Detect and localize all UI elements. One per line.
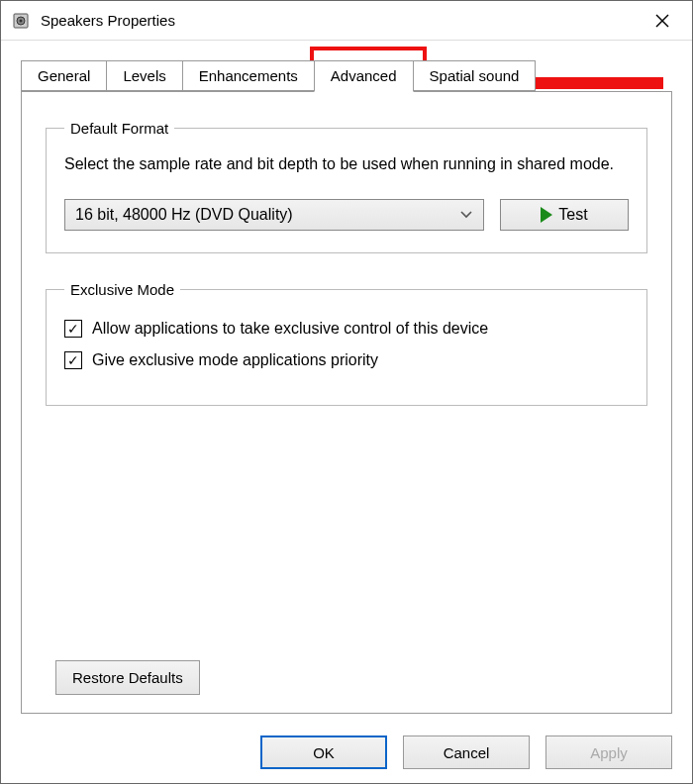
cancel-button[interactable]: Cancel xyxy=(403,735,530,769)
test-button[interactable]: Test xyxy=(500,199,629,231)
tab-body: Default Format Select the sample rate an… xyxy=(21,91,672,714)
default-format-description: Select the sample rate and bit depth to … xyxy=(64,154,629,175)
test-button-label: Test xyxy=(558,206,587,224)
allow-exclusive-label: Allow applications to take exclusive con… xyxy=(92,320,488,338)
apply-button[interactable]: Apply xyxy=(545,735,672,769)
priority-label: Give exclusive mode applications priorit… xyxy=(92,351,378,369)
tab-advanced[interactable]: Advanced xyxy=(314,60,414,92)
tab-spatial-sound[interactable]: Spatial sound xyxy=(413,60,537,91)
play-icon xyxy=(541,207,552,223)
ok-button[interactable]: OK xyxy=(260,735,387,769)
format-dropdown-value: 16 bit, 48000 Hz (DVD Quality) xyxy=(75,206,451,224)
dialog-footer: OK Cancel Apply xyxy=(1,726,692,783)
tab-enhancements[interactable]: Enhancements xyxy=(182,60,315,91)
tab-general[interactable]: General xyxy=(21,60,107,91)
restore-defaults-button[interactable]: Restore Defaults xyxy=(55,660,200,695)
window-title: Speakers Properties xyxy=(41,12,643,29)
format-dropdown[interactable]: 16 bit, 48000 Hz (DVD Quality) xyxy=(64,199,484,231)
close-icon xyxy=(655,14,669,28)
default-format-legend: Default Format xyxy=(64,120,174,137)
titlebar: Speakers Properties xyxy=(1,1,692,41)
default-format-group: Default Format Select the sample rate an… xyxy=(46,120,647,253)
exclusive-mode-legend: Exclusive Mode xyxy=(64,281,180,298)
tab-strip: General Levels Enhancements Advanced Spa… xyxy=(1,41,692,91)
allow-exclusive-checkbox[interactable]: ✓ xyxy=(64,320,82,338)
chevron-down-icon xyxy=(459,206,473,224)
close-button[interactable] xyxy=(643,1,682,41)
window-root: Speakers Properties General Levels Enhan… xyxy=(0,0,693,784)
svg-point-2 xyxy=(20,19,23,22)
tab-levels[interactable]: Levels xyxy=(106,60,182,91)
priority-checkbox[interactable]: ✓ xyxy=(64,351,82,369)
speaker-icon xyxy=(11,11,31,31)
exclusive-mode-group: Exclusive Mode ✓ Allow applications to t… xyxy=(46,281,647,406)
